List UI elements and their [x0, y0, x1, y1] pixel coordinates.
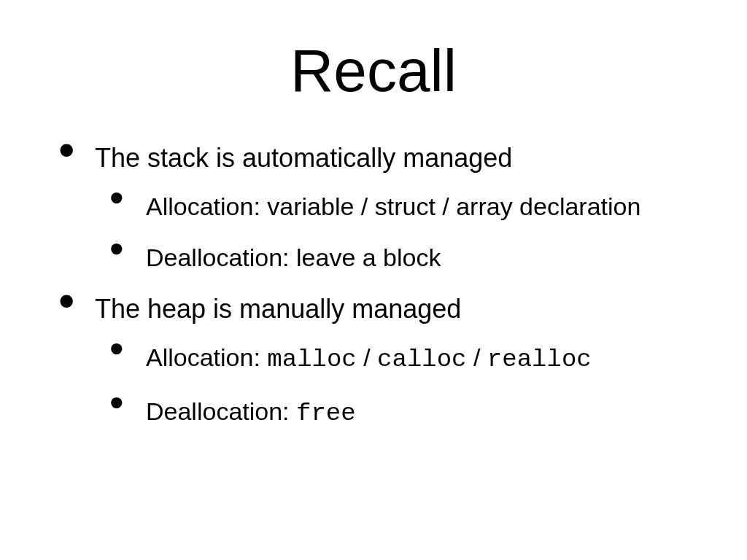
sep-2: /: [467, 343, 487, 371]
bullet-heap-sublist: Allocation: malloc / calloc / realloc De…: [95, 341, 703, 429]
slide-title: Recall: [44, 36, 703, 105]
code-calloc: calloc: [377, 346, 466, 373]
bullet-stack-dealloc-text: Deallocation: leave a block: [146, 244, 441, 271]
bullet-stack: The stack is automatically managed Alloc…: [44, 141, 703, 273]
bullet-heap-text: The heap is manually managed: [95, 294, 461, 324]
bullet-stack-sublist: Allocation: variable / struct / array de…: [95, 190, 703, 273]
bullet-heap: The heap is manually managed Allocation:…: [44, 292, 703, 429]
bullet-stack-text: The stack is automatically managed: [95, 143, 512, 173]
bullet-stack-alloc-text: Allocation: variable / struct / array de…: [146, 192, 640, 220]
bullet-stack-alloc: Allocation: variable / struct / array de…: [95, 190, 703, 222]
bullet-stack-dealloc: Deallocation: leave a block: [95, 241, 703, 273]
bullet-heap-alloc: Allocation: malloc / calloc / realloc: [95, 341, 703, 376]
bullet-list: The stack is automatically managed Alloc…: [44, 141, 703, 429]
code-free: free: [296, 400, 356, 427]
code-realloc: realloc: [487, 346, 592, 373]
code-malloc: malloc: [267, 346, 356, 373]
bullet-heap-dealloc-prefix: Deallocation:: [146, 397, 296, 425]
bullet-heap-dealloc: Deallocation: free: [95, 395, 703, 429]
slide: Recall The stack is automatically manage…: [0, 0, 747, 560]
bullet-heap-alloc-prefix: Allocation:: [146, 343, 267, 371]
sep-1: /: [357, 343, 377, 371]
